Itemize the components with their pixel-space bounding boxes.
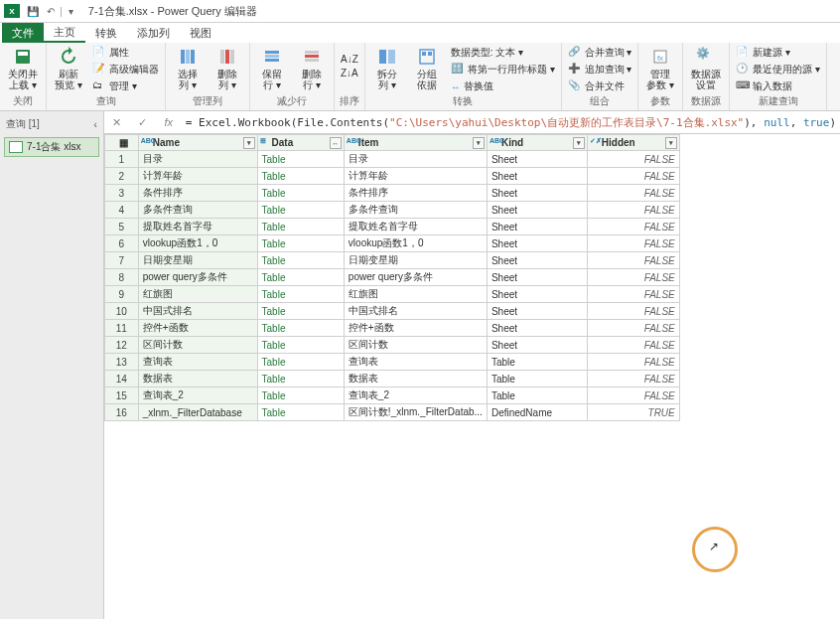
cell-kind[interactable]: Sheet	[487, 235, 587, 252]
row-number[interactable]: 12	[104, 337, 138, 354]
cell-item[interactable]: 区间计数	[344, 337, 487, 354]
groupby-button[interactable]: 分组 依据	[409, 45, 445, 94]
cell-data[interactable]: Table	[257, 235, 344, 252]
table-row[interactable]: 4多条件查询Table多条件查询SheetFALSE	[104, 202, 679, 219]
cell-item[interactable]: 查询表	[344, 354, 487, 371]
cell-hidden[interactable]: FALSE	[587, 219, 679, 235]
col-data[interactable]: ⊞Data↔	[257, 135, 344, 151]
table-row[interactable]: 5提取姓名首字母Table提取姓名首字母SheetFALSE	[104, 219, 679, 235]
adv-editor-button[interactable]: 📝高级编辑器	[90, 62, 161, 77]
cell-hidden[interactable]: FALSE	[587, 185, 679, 202]
cell-hidden[interactable]: FALSE	[587, 168, 679, 185]
replace-button[interactable]: ↔替换值	[449, 78, 557, 94]
cell-kind[interactable]: Sheet	[487, 269, 587, 286]
table-row[interactable]: 6vlookup函数1，0Tablevlookup函数1，0SheetFALSE	[104, 235, 679, 252]
cell-data[interactable]: Table	[257, 371, 344, 387]
datatype-button[interactable]: 数据类型: 文本 ▾	[449, 45, 557, 61]
col-kind[interactable]: ABCKind▾	[487, 135, 587, 151]
accept-formula-button[interactable]: ✓	[134, 113, 152, 131]
cell-name[interactable]: 计算年龄	[138, 168, 257, 185]
new-source-button[interactable]: 📄新建源 ▾	[734, 45, 822, 61]
row-number[interactable]: 3	[104, 185, 138, 202]
cell-item[interactable]: 红旗图	[344, 286, 487, 303]
table-row[interactable]: 11控件+函数Table控件+函数SheetFALSE	[104, 320, 679, 337]
row-number[interactable]: 11	[104, 320, 138, 337]
cell-item[interactable]: 条件排序	[344, 185, 487, 202]
cell-item[interactable]: 查询表_2	[344, 387, 487, 404]
query-item[interactable]: 7-1合集 xlsx	[4, 137, 99, 157]
remove-cols-button[interactable]: 删除 列 ▾	[210, 45, 245, 92]
cell-name[interactable]: power query多条件	[138, 269, 257, 286]
cell-data[interactable]: Table	[257, 151, 344, 168]
cell-item[interactable]: 数据表	[344, 371, 487, 387]
table-row[interactable]: 14数据表Table数据表TableFALSE	[104, 371, 679, 387]
cell-kind[interactable]: DefinedName	[487, 404, 587, 421]
file-menu[interactable]: 文件	[2, 23, 44, 43]
manage-params-button[interactable]: fx管理 参数 ▾	[642, 45, 678, 92]
cell-hidden[interactable]: FALSE	[587, 371, 679, 387]
cell-item[interactable]: 计算年龄	[344, 168, 487, 185]
cell-kind[interactable]: Sheet	[487, 303, 587, 320]
table-row[interactable]: 13查询表Table查询表TableFALSE	[104, 354, 679, 371]
row-number[interactable]: 9	[104, 286, 138, 303]
enter-data-button[interactable]: ⌨输入数据	[734, 78, 822, 94]
cell-hidden[interactable]: FALSE	[587, 252, 679, 269]
cell-name[interactable]: 中国式排名	[138, 303, 257, 320]
cell-name[interactable]: 查询表_2	[138, 387, 257, 404]
tab-view[interactable]: 视图	[180, 23, 221, 43]
table-row[interactable]: 16_xlnm._FilterDatabaseTable区间计数!_xlnm._…	[104, 404, 679, 421]
cell-data[interactable]: Table	[257, 303, 344, 320]
collapse-icon[interactable]: ‹	[93, 119, 96, 130]
manage-button[interactable]: 🗂管理 ▾	[90, 78, 161, 94]
cell-item[interactable]: 日期变星期	[344, 252, 487, 269]
cell-kind[interactable]: Table	[487, 354, 587, 371]
cell-name[interactable]: 区间计数	[138, 337, 257, 354]
cell-item[interactable]: 中国式排名	[344, 303, 487, 320]
data-grid[interactable]: ▦ ABCName▾ ⊞Data↔ ABCItem▾ ABCKind▾ ✓✗Hi…	[104, 134, 840, 619]
cell-data[interactable]: Table	[257, 252, 344, 269]
datasource-button[interactable]: ⚙️数据源 设置	[687, 45, 725, 92]
tab-transform[interactable]: 转换	[85, 23, 127, 43]
cell-name[interactable]: 控件+函数	[138, 320, 257, 337]
row-number[interactable]: 1	[104, 151, 138, 168]
filter-dropdown-icon[interactable]: ▾	[573, 137, 585, 149]
choose-cols-button[interactable]: 选择 列 ▾	[170, 45, 206, 92]
table-row[interactable]: 7日期变星期Table日期变星期SheetFALSE	[104, 252, 679, 269]
cell-data[interactable]: Table	[257, 387, 344, 404]
cell-data[interactable]: Table	[257, 269, 344, 286]
cell-name[interactable]: 提取姓名首字母	[138, 219, 257, 235]
table-row[interactable]: 9红旗图Table红旗图SheetFALSE	[104, 286, 679, 303]
cell-item[interactable]: 目录	[344, 151, 487, 168]
cell-data[interactable]: Table	[257, 219, 344, 235]
cell-data[interactable]: Table	[257, 202, 344, 219]
cell-name[interactable]: 多条件查询	[138, 202, 257, 219]
expand-icon[interactable]: ↔	[330, 137, 342, 149]
table-row[interactable]: 15查询表_2Table查询表_2TableFALSE	[104, 387, 679, 404]
recent-source-button[interactable]: 🕑最近使用的源 ▾	[734, 62, 822, 77]
row-number[interactable]: 13	[104, 354, 138, 371]
col-hidden[interactable]: ✓✗Hidden▾	[587, 135, 679, 151]
cell-hidden[interactable]: FALSE	[587, 235, 679, 252]
append-query-button[interactable]: ➕追加查询 ▾	[566, 62, 634, 77]
cell-data[interactable]: Table	[257, 286, 344, 303]
row-number[interactable]: 2	[104, 168, 138, 185]
row-number[interactable]: 10	[104, 303, 138, 320]
cell-name[interactable]: 查询表	[138, 354, 257, 371]
row-number[interactable]: 14	[104, 371, 138, 387]
col-name[interactable]: ABCName▾	[138, 135, 257, 151]
cell-hidden[interactable]: FALSE	[587, 387, 679, 404]
cell-kind[interactable]: Sheet	[487, 252, 587, 269]
cell-name[interactable]: _xlnm._FilterDatabase	[138, 404, 257, 421]
table-row[interactable]: 1目录Table目录SheetFALSE	[104, 151, 679, 168]
sort-asc-button[interactable]: A↓Z	[339, 53, 360, 66]
cell-data[interactable]: Table	[257, 320, 344, 337]
cell-name[interactable]: 数据表	[138, 371, 257, 387]
cell-hidden[interactable]: FALSE	[587, 286, 679, 303]
cell-item[interactable]: 提取姓名首字母	[344, 219, 487, 235]
cell-kind[interactable]: Sheet	[487, 151, 587, 168]
refresh-button[interactable]: 刷新 预览 ▾	[51, 45, 86, 94]
cell-name[interactable]: 红旗图	[138, 286, 257, 303]
cell-kind[interactable]: Sheet	[487, 337, 587, 354]
cell-kind[interactable]: Sheet	[487, 320, 587, 337]
cell-kind[interactable]: Sheet	[487, 168, 587, 185]
